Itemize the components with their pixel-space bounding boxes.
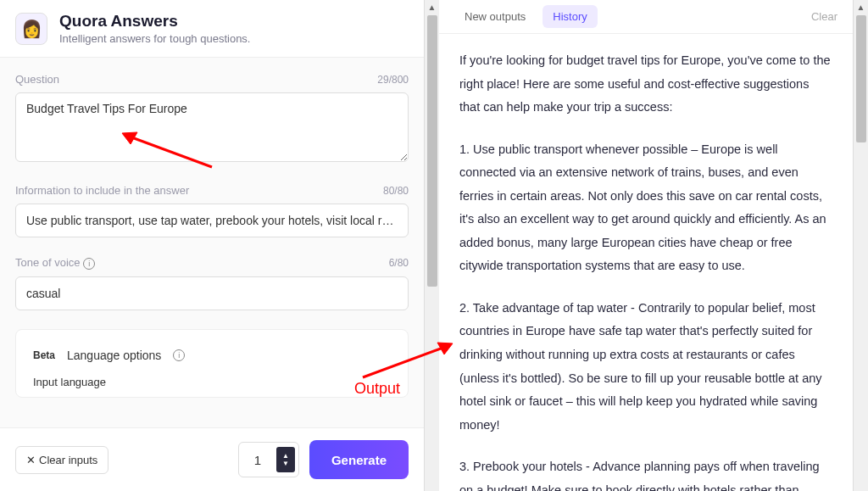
scroll-thumb[interactable]	[427, 15, 437, 287]
language-options-title: Language options	[67, 349, 161, 362]
tone-count: 6/80	[389, 257, 409, 269]
scroll-thumb[interactable]	[856, 15, 866, 142]
tone-field: Tone of voice i 6/80	[15, 256, 409, 310]
app-icon: 👩	[15, 13, 47, 45]
app-title: Quora Answers	[59, 12, 250, 31]
question-field: Question 29/800 Budget Travel Tips For E…	[15, 73, 409, 165]
language-card: Beta Language options i Input language	[15, 329, 409, 398]
tab-new-outputs[interactable]: New outputs	[454, 5, 536, 28]
tab-history[interactable]: History	[542, 5, 597, 28]
information-field: Information to include in the answer 80/…	[15, 184, 409, 237]
tone-label: Tone of voice i	[15, 256, 95, 270]
scroll-up-icon[interactable]: ▲	[425, 0, 439, 14]
beta-badge: Beta	[33, 349, 55, 361]
output-paragraph-3: 3. Prebook your hotels - Advance plannin…	[459, 455, 832, 491]
form-body: Question 29/800 Budget Travel Tips For E…	[0, 58, 424, 427]
clear-outputs-button[interactable]: Clear	[811, 10, 837, 23]
info-icon[interactable]: i	[83, 258, 95, 270]
question-input[interactable]: Budget Travel Tips For Europe	[15, 92, 409, 162]
footer-bar: ✕ Clear inputs ▲ ▼ Generate	[0, 427, 424, 491]
left-scrollbar[interactable]: ▲	[424, 0, 439, 491]
clear-inputs-button[interactable]: ✕ Clear inputs	[15, 446, 108, 474]
output-paragraph-2: 2. Take advantage of tap water - Contrar…	[459, 297, 832, 437]
output-intro: If you're looking for budget travel tips…	[459, 49, 832, 120]
info-icon[interactable]: i	[173, 349, 185, 361]
output-body: If you're looking for budget travel tips…	[439, 34, 853, 491]
generate-button[interactable]: Generate	[309, 440, 409, 479]
quantity-stepper[interactable]: ▲ ▼	[238, 442, 299, 477]
right-scrollbar[interactable]: ▲	[853, 0, 868, 491]
app-header: 👩 Quora Answers Intelligent answers for …	[0, 0, 424, 58]
question-label: Question	[15, 73, 59, 86]
quantity-input[interactable]	[239, 444, 276, 476]
output-tabs: New outputs History Clear	[439, 0, 853, 34]
information-input[interactable]	[15, 204, 409, 237]
question-count: 29/800	[377, 74, 409, 86]
output-paragraph-1: 1. Use public transport whenever possibl…	[459, 138, 832, 278]
scroll-up-icon[interactable]: ▲	[854, 0, 868, 14]
app-subtitle: Intelligent answers for tough questions.	[59, 32, 250, 45]
tone-input[interactable]	[15, 276, 409, 310]
chevron-up-icon[interactable]: ▲	[282, 452, 289, 460]
annotation-output-label: Output	[354, 380, 400, 398]
close-icon: ✕	[26, 454, 36, 466]
chevron-down-icon[interactable]: ▼	[282, 460, 289, 467]
information-count: 80/80	[383, 185, 409, 197]
quantity-controls[interactable]: ▲ ▼	[276, 447, 295, 472]
input-language-label: Input language	[33, 376, 391, 388]
information-label: Information to include in the answer	[15, 184, 189, 197]
